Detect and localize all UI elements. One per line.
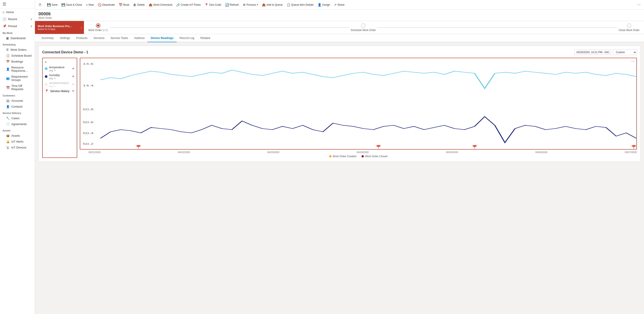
deactivate-button[interactable]: 🚫 Deactivate (96, 2, 116, 8)
contacts-icon: 👤 (6, 105, 10, 108)
bpf-stages: Work Order (6 D) Schedule Work Order Clo… (84, 24, 644, 32)
send-command-button[interactable]: 📤 Send Command (147, 2, 174, 8)
process-button[interactable]: ⚙ Process ▾ (241, 2, 260, 8)
save-close-button[interactable]: 💾 Save & Close (60, 2, 84, 8)
bpf-stage-close[interactable]: Close Work Order (619, 24, 640, 32)
accelerometerz-sublabel: avg ∨ (49, 84, 69, 88)
temperature-sublabel: avg ∨ (49, 69, 64, 72)
hamburger-menu[interactable]: ☰ (2, 2, 6, 6)
section-customers: Customers (0, 92, 35, 98)
book-button[interactable]: 📅 Book (117, 2, 131, 8)
tab-service-tasks[interactable]: Service Tasks (108, 34, 131, 42)
sidebar-item-assets[interactable]: 📦 Assets (0, 133, 35, 139)
temperature-eye-icon[interactable]: 👁 (72, 67, 74, 70)
sidebar-item-work-orders[interactable]: ☰ Work Orders (0, 47, 35, 53)
cases-icon: 🔧 (6, 116, 10, 120)
sidebar-item-recent[interactable]: 🕐 Recent ∨ (0, 16, 35, 22)
tab-products[interactable]: Products (73, 34, 90, 42)
sidebar-item-time-off-requests[interactable]: 📆 Time Off Requests (0, 83, 35, 92)
record-type: Work Order (38, 16, 640, 20)
chart-date-input[interactable] (574, 50, 611, 55)
geo-code-button[interactable]: 📍 Geo Code (203, 2, 223, 8)
assign-button[interactable]: 👤 Assign (316, 2, 332, 8)
refresh-button[interactable]: 🔄 Refresh (224, 2, 241, 8)
sidebar-item-agreements[interactable]: 📄 Agreements (0, 121, 35, 127)
bpf-line-2 (378, 27, 617, 28)
sidebar-item-resource-requirements[interactable]: 👤 Resource Requireme... (0, 64, 35, 74)
sidebar-item-contacts[interactable]: 👤 Contacts (0, 104, 35, 110)
history-button[interactable]: ⏱ (37, 2, 43, 8)
iot-alerts-icon: 🔔 (6, 140, 10, 143)
more-button[interactable]: ⋯ (636, 2, 642, 8)
tab-settings[interactable]: Settings (57, 34, 73, 42)
content-area: Connected Device Demo - 1 Custom Last 7 … (35, 42, 644, 314)
sidebar-item-iot-alerts[interactable]: 🔔 IoT Alerts (0, 139, 35, 144)
sidebar: ☰ ⌂ Home 🕐 Recent ∨ 📌 Pinned ∨ My Work ▦… (0, 0, 35, 314)
sidebar-item-requirement-groups[interactable]: 👥 Requirement Groups (0, 74, 35, 83)
assets-icon: 📦 (6, 134, 10, 137)
x-label-1: 04/21/2020 (88, 151, 100, 154)
sidebar-item-home[interactable]: ⌂ Home (0, 8, 35, 16)
legend-bottom-work-order-closed: Work Order Closed (362, 155, 387, 158)
dashboards-icon: ▦ (6, 36, 9, 40)
create-iot-flows-button[interactable]: 🔗 Create IoT Flows (174, 2, 202, 8)
humidity-dot (45, 75, 48, 78)
accelerometerz-chevron[interactable]: ∨ (54, 84, 56, 88)
add-to-queue-button[interactable]: 📥 Add to Queue (260, 2, 284, 8)
new-button[interactable]: + New (84, 2, 96, 8)
requirement-groups-icon: 👥 (6, 77, 10, 80)
work-order-created-label: Work Order Created (333, 155, 356, 158)
svg-text:50.2: 50.2 (83, 142, 94, 145)
bpf-active-stage[interactable]: Work Order Business Pro... Active for 6 … (35, 21, 79, 34)
tab-record-log[interactable]: Record Log (177, 34, 198, 42)
chart-svg: 14.6 14.4 50.8 50.6 50.4 50.2 (80, 58, 636, 149)
sidebar-item-pinned[interactable]: 📌 Pinned ∨ (0, 22, 35, 30)
sidebar-item-accounts[interactable]: 🏢 Accounts (0, 98, 35, 104)
section-scheduling: Scheduling (0, 41, 35, 47)
x-label-4: 04/24/2020 (356, 151, 368, 154)
sidebar-item-schedule-board[interactable]: 📋 Schedule Board (0, 53, 35, 58)
tab-device-readings[interactable]: Device Readings (148, 34, 176, 42)
tab-services[interactable]: Services (90, 34, 108, 42)
save-button[interactable]: 💾 Save (45, 2, 59, 8)
bpf-stage-schedule[interactable]: Schedule Work Order (351, 24, 376, 32)
tab-related[interactable]: Related (198, 34, 213, 42)
accelerometerz-dot (45, 83, 48, 86)
temperature-chevron[interactable]: ∨ (54, 69, 56, 72)
sidebar-item-iot-devices[interactable]: 📡 IoT Devices (0, 144, 35, 150)
service-history-eye-icon[interactable]: 👁 (72, 90, 74, 92)
sidebar-pinned-label: Pinned (8, 24, 17, 28)
sidebar-item-bookings[interactable]: 📅 Bookings (0, 58, 35, 64)
save-icon: 💾 (47, 3, 51, 6)
geo-code-icon: 📍 (204, 3, 208, 6)
chart-date-select[interactable]: Custom Last 7 Days Last 30 Days (613, 50, 637, 55)
temperature-label: temperature (49, 66, 64, 69)
humidity-eye-icon[interactable]: 👁 (72, 75, 74, 78)
work-order-closed-dot (362, 155, 364, 158)
accelerometerz-eye-icon[interactable]: 👁 (72, 83, 74, 86)
queue-item-details-button[interactable]: 📋 Queue Item Details (285, 2, 316, 8)
bpf-stage-circle-2 (361, 24, 366, 28)
share-icon: ↗ (334, 3, 337, 6)
iot-flows-icon: 🔗 (176, 3, 180, 6)
chart-more-button[interactable]: ⋯ (631, 59, 634, 63)
section-my-work: My Work (0, 30, 35, 35)
bpf-collapse-button[interactable]: ‹ (79, 21, 84, 34)
svg-text:📍: 📍 (373, 145, 384, 149)
sidebar-item-dashboards[interactable]: ▦ Dashboards (0, 35, 35, 41)
chart-panel: Connected Device Demo - 1 Custom Last 7 … (38, 46, 640, 162)
humidity-sublabel: avg ∨ (49, 77, 60, 80)
delete-button[interactable]: 🗑 Delete (132, 2, 146, 8)
x-label-2: 04/22/2020 (178, 151, 190, 154)
home-icon: ⌂ (2, 10, 4, 14)
chart-title: Connected Device Demo - 1 (42, 50, 88, 54)
pinned-icon: 📌 (2, 24, 6, 28)
layers-icon[interactable]: ≡ (45, 60, 74, 64)
humidity-chevron[interactable]: ∨ (54, 77, 56, 80)
tab-summary[interactable]: Summary (38, 34, 57, 42)
record-header: 00006 Work Order (35, 10, 644, 21)
share-button[interactable]: ↗ Share (332, 2, 346, 8)
sidebar-item-cases[interactable]: 🔧 Cases (0, 115, 35, 121)
tab-address[interactable]: Address (131, 34, 148, 42)
bpf-stage-work-order[interactable]: Work Order (6 D) (88, 24, 108, 32)
